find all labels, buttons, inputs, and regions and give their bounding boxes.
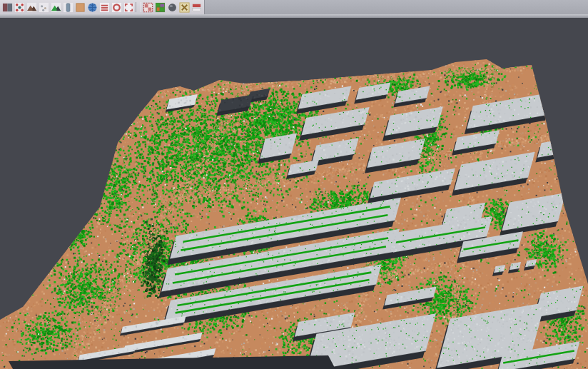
profile-column-icon[interactable] (63, 2, 74, 13)
globe-icon[interactable] (87, 2, 98, 13)
sphere-icon[interactable] (167, 2, 178, 13)
toolbar-separator (136, 2, 141, 12)
point-cloud-icon[interactable] (39, 2, 49, 13)
viewport-3d-pointcloud[interactable] (0, 18, 588, 369)
target-ring-icon[interactable] (111, 2, 122, 13)
application-window (0, 0, 588, 369)
clip-brackets-icon[interactable] (123, 2, 134, 13)
split-layers-icon[interactable] (191, 2, 202, 13)
data-box-icon[interactable] (2, 2, 13, 13)
toolbar (0, 0, 588, 14)
section-lines-icon[interactable] (99, 2, 110, 13)
ground-class-icon[interactable] (75, 2, 86, 13)
texture-checker-icon[interactable] (143, 2, 153, 13)
terrain-icon[interactable] (26, 2, 37, 13)
cross-mark-icon[interactable] (179, 2, 190, 13)
toolbar-icon-panel (0, 0, 205, 14)
classified-cloud-icon[interactable] (155, 2, 166, 13)
align-points-icon[interactable] (14, 2, 25, 13)
tin-surface-icon[interactable] (51, 2, 61, 13)
